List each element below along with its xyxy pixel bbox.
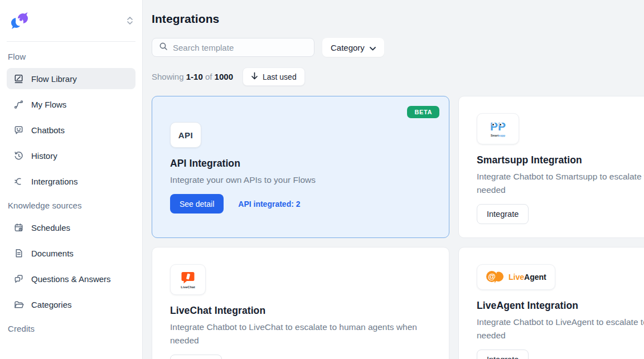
api-logo: API bbox=[170, 122, 201, 148]
card-smartsupp-integration[interactable]: PP Smartsupp Smartsupp Integration Integ… bbox=[458, 96, 644, 238]
results-meta-row: Showing 1-10 of 1000 Last used bbox=[152, 67, 644, 86]
card-actions: Integrate bbox=[477, 204, 644, 224]
categories-icon bbox=[13, 299, 24, 310]
card-livechat-integration[interactable]: LiveChat LiveChat Integration Integrate … bbox=[152, 247, 449, 359]
card-title: LiveChat Integration bbox=[170, 305, 431, 317]
sidebar-item-label: History bbox=[31, 151, 57, 161]
card-title: LiveAgent Integration bbox=[477, 300, 644, 312]
nav-heading-flow: Flow bbox=[8, 52, 134, 61]
questions-answers-icon bbox=[13, 274, 24, 284]
card-api-integration[interactable]: BETA API API Integration Integrate your … bbox=[152, 96, 449, 238]
arrow-down-icon bbox=[251, 72, 258, 81]
smartsupp-logo-wordmark: Smartsupp bbox=[491, 134, 505, 137]
history-icon bbox=[13, 151, 24, 161]
my-flows-icon bbox=[13, 99, 24, 110]
sidebar-nav: Flow Flow Library My Flows bbox=[0, 42, 142, 333]
showing-range: 1-10 bbox=[186, 72, 203, 81]
api-integrated-link[interactable]: API integrated: 2 bbox=[238, 200, 300, 208]
smartsupp-logo: PP Smartsupp bbox=[477, 113, 519, 144]
flow-library-icon bbox=[13, 74, 24, 84]
showing-of: of bbox=[205, 72, 212, 81]
sidebar-item-label: Flow Library bbox=[31, 74, 77, 84]
sidebar-item-categories[interactable]: Categories bbox=[7, 294, 135, 315]
showing-total: 1000 bbox=[215, 72, 233, 81]
liveagent-logo-wordmark: LiveAgent bbox=[509, 273, 546, 282]
toolbar: Category bbox=[152, 38, 644, 57]
sidebar-item-questions-answers[interactable]: Questions & Answers bbox=[7, 268, 135, 289]
search-icon bbox=[159, 42, 168, 53]
card-title: Smartsupp Integration bbox=[477, 154, 644, 166]
showing-label: Showing bbox=[152, 72, 184, 81]
liveagent-at-icon: @ bbox=[486, 270, 505, 284]
search-input[interactable] bbox=[173, 43, 307, 52]
livechat-logo-wordmark: LiveChat bbox=[181, 285, 195, 289]
app-logo bbox=[8, 11, 31, 33]
sort-label: Last used bbox=[263, 72, 297, 81]
nav-heading-credits: Credits bbox=[8, 324, 134, 333]
card-actions: Integrate bbox=[170, 355, 431, 359]
card-description: Integrate Chatbot to LiveChat to escalat… bbox=[170, 321, 431, 347]
card-description: Integrate Chatbot to LiveAgent to escala… bbox=[477, 316, 644, 342]
card-liveagent-integration[interactable]: @ LiveAgent LiveAgent Integration Integr… bbox=[458, 247, 644, 359]
card-actions: See detail API integrated: 2 bbox=[170, 194, 431, 214]
livechat-bubble-icon bbox=[181, 271, 195, 284]
category-dropdown[interactable]: Category bbox=[322, 38, 384, 57]
sidebar-item-label: Categories bbox=[31, 300, 72, 309]
api-logo-text: API bbox=[178, 130, 193, 140]
page-title: Integrations bbox=[152, 12, 644, 26]
sidebar-header bbox=[0, 0, 142, 33]
card-title: API Integration bbox=[170, 158, 431, 169]
card-description: Integrate Chatbot to Smartsupp to escala… bbox=[477, 170, 644, 197]
sidebar-item-label: Chatbots bbox=[31, 125, 65, 135]
integrate-button[interactable]: Integrate bbox=[477, 204, 529, 224]
integration-cards-grid: BETA API API Integration Integrate your … bbox=[152, 96, 644, 359]
sidebar-item-schedules[interactable]: Schedules bbox=[7, 217, 135, 238]
sidebar-item-label: Intergrations bbox=[31, 177, 78, 186]
card-actions: Integrate bbox=[477, 350, 644, 359]
sort-last-used-button[interactable]: Last used bbox=[243, 67, 305, 86]
sidebar-item-label: Schedules bbox=[31, 223, 70, 232]
documents-icon bbox=[13, 248, 24, 259]
sidebar-item-label: Documents bbox=[31, 249, 74, 258]
sidebar-item-intergrations[interactable]: Intergrations bbox=[7, 171, 135, 192]
sidebar-item-chatbots[interactable]: Chatbots bbox=[7, 119, 135, 140]
nav-heading-knowledge-sources: Knowledge sources bbox=[8, 201, 134, 210]
integrations-icon bbox=[13, 176, 24, 187]
sidebar-item-documents[interactable]: Documents bbox=[7, 242, 135, 264]
card-description: Integrate your own APIs to your Flows bbox=[170, 173, 431, 187]
liveagent-logo: @ LiveAgent bbox=[477, 264, 555, 290]
sidebar-item-flow-library[interactable]: Flow Library bbox=[7, 68, 135, 89]
schedules-icon bbox=[13, 222, 24, 233]
integrate-button[interactable]: Integrate bbox=[477, 350, 529, 359]
chevron-up-down-icon[interactable] bbox=[127, 16, 133, 27]
main-content: Integrations Category Showing 1-10 of 10… bbox=[143, 0, 644, 359]
sidebar: Flow Flow Library My Flows bbox=[0, 0, 143, 359]
smartsupp-logo-letters: PP bbox=[490, 120, 506, 133]
sidebar-item-my-flows[interactable]: My Flows bbox=[7, 94, 135, 115]
category-label: Category bbox=[331, 43, 365, 52]
chevron-down-icon bbox=[370, 43, 376, 52]
svg-text:@: @ bbox=[488, 272, 496, 281]
sidebar-item-label: Questions & Answers bbox=[31, 274, 111, 284]
beta-badge: BETA bbox=[407, 106, 439, 118]
chatbots-icon bbox=[13, 125, 24, 135]
sidebar-item-label: My Flows bbox=[31, 100, 66, 109]
sidebar-item-history[interactable]: History bbox=[7, 145, 135, 166]
search-box[interactable] bbox=[152, 38, 314, 57]
results-count: Showing 1-10 of 1000 bbox=[152, 72, 233, 81]
integrate-button[interactable]: Integrate bbox=[170, 355, 222, 359]
livechat-logo: LiveChat bbox=[170, 264, 206, 295]
see-detail-button[interactable]: See detail bbox=[170, 194, 224, 214]
